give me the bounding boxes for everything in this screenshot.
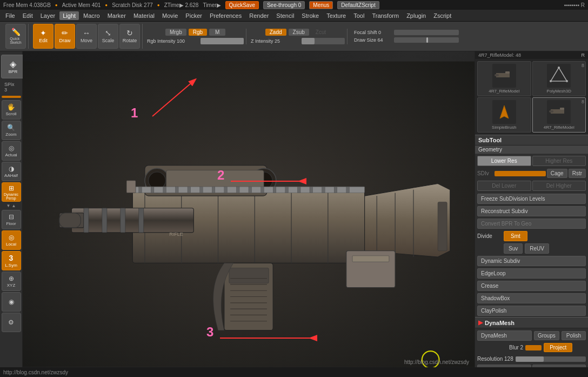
higher-res-button[interactable]: Higher Res [532,156,586,166]
edit-button[interactable]: ✦ Edit [33,24,54,49]
rstr-button[interactable]: Rstr [569,169,586,178]
dynamesh-section[interactable]: ▶ DynaMesh [475,317,588,328]
reuv-button[interactable]: ReUV [525,243,549,254]
polish-button[interactable]: Polish [562,331,586,340]
suv-button[interactable]: Suv [504,243,523,254]
menu-picker[interactable]: Picker [182,11,205,20]
convert-bpr-button[interactable]: Convert BPR To Geo [477,219,586,229]
aahalf-button[interactable]: ◑ AAHalf [2,162,21,181]
draw-size-slider[interactable] [394,37,459,43]
sdiv-slider[interactable] [495,171,546,176]
dynamic-persp-button[interactable]: ⊞ Dynamic Persp [2,182,21,202]
menu-stencil[interactable]: Stencil [273,11,297,20]
spix-track[interactable] [2,96,21,98]
m-button[interactable]: M [209,29,225,36]
thumb-polymesh[interactable]: 8 PolyMesh3D [532,61,586,96]
geometry-subsection[interactable]: Geometry [475,145,588,154]
del-higher-button[interactable]: Del Higher [532,181,586,191]
menu-texture[interactable]: Texture [323,11,349,20]
zcut-button[interactable]: Zcut [311,29,330,36]
bpr-button[interactable]: ◈ BPR [1,55,25,78]
menu-tool[interactable]: Tool [350,11,368,20]
floor-button[interactable]: ⊟ Floor [2,210,21,229]
quicksave-button[interactable]: QuickSave [225,1,259,9]
default-zscript-button[interactable]: DefaultZScript [337,1,379,9]
lower-res-button[interactable]: Lower Res [477,156,531,166]
dynamic-subdiv-button[interactable]: Dynamic Subdiv [477,256,586,266]
resolution-fill [516,356,544,362]
rotate-button[interactable]: ↻ Rotate [119,24,140,49]
menu-render[interactable]: Render [246,11,272,20]
thumb-rifle-2[interactable]: 8 4R7_RifleModel [532,97,586,133]
svg-rect-33 [438,202,447,250]
menu-material[interactable]: Material [130,11,158,20]
svg-rect-66 [495,74,499,76]
menus-button[interactable]: Menus [309,1,333,9]
freeze-subdiv-button[interactable]: Freeze SubDivision Levels [477,194,586,204]
project-button[interactable]: Project [544,343,572,352]
edgeloop-button[interactable]: EdgeLoop [477,268,586,279]
menu-stroke[interactable]: Stroke [298,11,322,20]
shadowbox-button[interactable]: ShadowBox [477,293,586,303]
del-lower-button[interactable]: Del Lower [477,181,531,191]
zsub-button[interactable]: Zsub [289,29,309,36]
menu-macro[interactable]: Macro [80,11,103,20]
rgb-slider[interactable] [201,38,244,44]
xyz-label: XYZ [7,283,16,288]
dynamesh-arrow: ▶ [478,319,483,326]
menu-zplugin[interactable]: Zplugin [403,11,429,20]
local-button[interactable]: ◎ Local [2,230,21,250]
subtool-section[interactable]: SubTool [475,135,588,145]
canvas-area[interactable]: RIFLE 1 2 [23,51,475,377]
zoom-button[interactable]: 🔍 Zoom [2,121,21,140]
svg-rect-50 [322,187,325,193]
aahalf-label: AAHalf [4,173,18,178]
scale-button[interactable]: ⤡ Scale [98,24,118,49]
toolbar: ✏️ QuickSketch ✦ Edit ✏ Draw ↔ Move ⤡ Sc… [0,22,588,51]
blur-slider[interactable] [525,345,542,350]
resolution-slider[interactable] [516,356,586,362]
z-slider[interactable] [302,38,345,44]
move-button[interactable]: ↔ Move [76,24,97,49]
cage-button[interactable]: Cage [547,169,567,178]
draw-button[interactable]: ✏ Draw [55,24,75,49]
actual-button[interactable]: ◎ Actual [2,141,21,161]
thumb-rifle-1[interactable]: 4R7_RifleModel [477,61,531,96]
menu-layer[interactable]: Layer [37,11,59,20]
quick-sketch-button[interactable]: ✏️ QuickSketch [5,24,26,49]
menu-preferences[interactable]: Preferences [206,11,245,20]
settings-button[interactable]: ⚙ [2,313,21,332]
zoom-icon: 🔍 [7,124,15,131]
menu-zscript[interactable]: Zscript [430,11,455,20]
focal-slider[interactable] [394,30,459,35]
menu-movie[interactable]: Movie [159,11,181,20]
smt-button[interactable]: Smt [504,231,527,241]
lsym-button[interactable]: 3 L.Sym [2,251,21,270]
menu-marker[interactable]: Marker [104,11,129,20]
zadd-button[interactable]: Zadd [265,29,286,36]
scroll-button[interactable]: 🖐 Scroll [2,100,21,120]
rgb-button[interactable]: Rgb [189,29,207,36]
groups-button[interactable]: Groups [534,331,559,340]
claypolish-button[interactable]: ClayPolish [477,306,586,316]
zoom-label: Zoom [5,132,16,137]
seethrough-button[interactable]: See-through 0 [263,1,305,9]
compass-button[interactable]: ◉ [2,292,21,312]
dynamesh-button[interactable]: DynaMesh [477,330,532,341]
arrow-2-svg [231,170,317,192]
menu-edit[interactable]: Edit [19,11,36,20]
menu-light[interactable]: Light [59,11,79,20]
thumb-simplebrush[interactable]: SimpleBrush [477,97,531,133]
menu-file[interactable]: File [2,11,18,20]
menu-transform[interactable]: Transform [369,11,402,20]
svg-rect-51 [334,187,337,193]
xyz-button[interactable]: ⊕ XYZ [2,272,21,291]
thumb-badge-8b: 8 [582,99,584,104]
svg-rect-41 [212,187,215,193]
crease-button[interactable]: Crease [477,281,586,291]
scroll-icon: 🖐 [7,103,15,111]
mrgb-button[interactable]: Mrgb [165,29,186,36]
actual-icon: ◎ [9,144,14,152]
svg-rect-13 [139,208,144,233]
reconstruct-subdiv-button[interactable]: Reconstruct Subdiv [477,206,586,216]
